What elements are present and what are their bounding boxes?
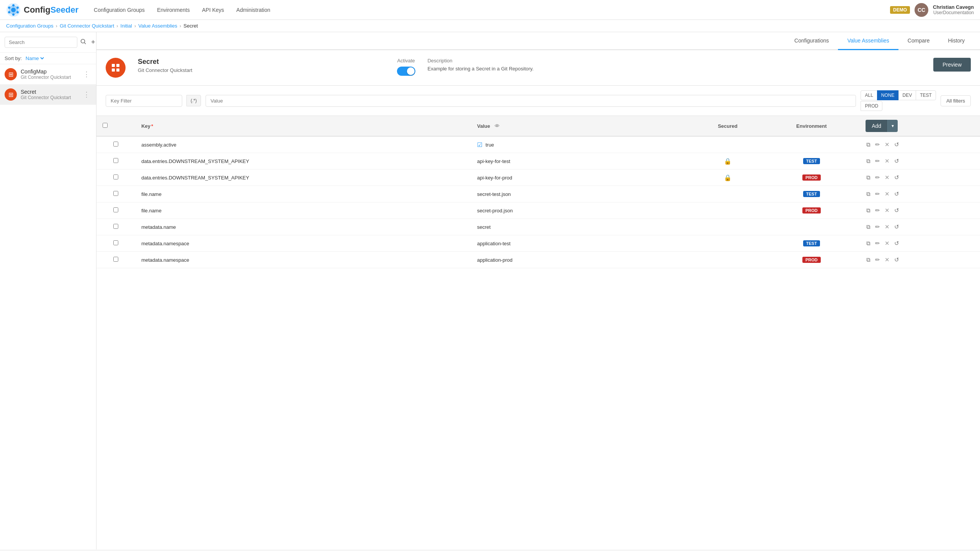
avatar: CC bbox=[915, 3, 928, 17]
all-filters-button[interactable]: All filters bbox=[941, 95, 971, 106]
delete-button[interactable]: ✕ bbox=[884, 190, 890, 198]
config-info: Secret Git Connector Quickstart bbox=[138, 58, 385, 73]
env-btn-all[interactable]: ALL bbox=[861, 90, 877, 100]
table-row: file.namesecret-test.jsonTEST⧉✏✕↺ bbox=[96, 186, 980, 202]
add-dropdown-button[interactable]: ▾ bbox=[887, 120, 898, 132]
search-button[interactable] bbox=[79, 37, 88, 47]
tab-history[interactable]: History bbox=[939, 32, 974, 50]
search-input[interactable] bbox=[5, 37, 77, 48]
history-button[interactable]: ↺ bbox=[893, 190, 900, 198]
svg-line-10 bbox=[85, 43, 86, 44]
edit-button[interactable]: ✏ bbox=[874, 223, 881, 231]
select-all-checkbox[interactable] bbox=[103, 123, 108, 128]
row-checkbox[interactable] bbox=[113, 257, 118, 262]
row-checkbox-cell bbox=[96, 170, 135, 186]
env-btn-dev[interactable]: DEV bbox=[898, 90, 916, 100]
row-environment: PROD bbox=[764, 252, 860, 268]
row-checkbox[interactable] bbox=[113, 240, 118, 245]
row-checkbox[interactable] bbox=[113, 158, 118, 163]
nav-environments[interactable]: Environments bbox=[157, 5, 190, 15]
env-badge: TEST bbox=[803, 191, 820, 197]
delete-button[interactable]: ✕ bbox=[884, 239, 890, 248]
nav-links: Configuration Groups Environments API Ke… bbox=[94, 5, 890, 15]
sidebar-item-configmap[interactable]: ⊞ ConfigMap Git Connector Quickstart ⋮ bbox=[0, 64, 96, 85]
add-entry-button[interactable]: Add bbox=[866, 120, 887, 132]
delete-button[interactable]: ✕ bbox=[884, 256, 890, 264]
history-button[interactable]: ↺ bbox=[893, 157, 900, 165]
edit-button[interactable]: ✏ bbox=[874, 256, 881, 264]
row-checkbox[interactable] bbox=[113, 174, 118, 179]
row-actions: ⧉✏✕↺ bbox=[859, 219, 980, 235]
nav-config-groups[interactable]: Configuration Groups bbox=[94, 5, 145, 15]
copy-button[interactable]: ⧉ bbox=[866, 223, 871, 231]
edit-button[interactable]: ✏ bbox=[874, 140, 881, 149]
config-detail-icon bbox=[110, 62, 121, 73]
edit-button[interactable]: ✏ bbox=[874, 190, 881, 198]
row-actions: ⧉✏✕↺ bbox=[859, 170, 980, 186]
preview-button[interactable]: Preview bbox=[933, 58, 971, 72]
tab-configurations[interactable]: Configurations bbox=[785, 32, 838, 50]
config-name: Secret bbox=[138, 58, 385, 66]
row-key: file.name bbox=[135, 202, 471, 219]
copy-button[interactable]: ⧉ bbox=[866, 206, 871, 215]
edit-button[interactable]: ✏ bbox=[874, 206, 881, 215]
svg-point-3 bbox=[12, 4, 15, 7]
configmap-icon: ⊞ bbox=[5, 68, 17, 80]
breadcrumb-git-connector[interactable]: Git Connector Quickstart bbox=[60, 23, 114, 29]
delete-button[interactable]: ✕ bbox=[884, 173, 890, 182]
edit-button[interactable]: ✏ bbox=[874, 157, 881, 165]
env-btn-none[interactable]: NONE bbox=[877, 90, 899, 100]
history-button[interactable]: ↺ bbox=[893, 239, 900, 248]
table-row: metadata.namesecret⧉✏✕↺ bbox=[96, 219, 980, 235]
sidebar-item-secret[interactable]: ⊞ Secret Git Connector Quickstart ⋮ bbox=[0, 85, 96, 105]
env-btn-prod[interactable]: PROD bbox=[861, 101, 882, 111]
breadcrumb-value-assemblies[interactable]: Value Assemblies bbox=[138, 23, 177, 29]
row-checkbox[interactable] bbox=[113, 142, 118, 147]
row-checkbox[interactable] bbox=[113, 207, 118, 212]
description-text: Example for storing a Secret in a Git Re… bbox=[428, 66, 921, 72]
env-btn-test[interactable]: TEST bbox=[916, 90, 936, 100]
header-secured: Secured bbox=[692, 116, 763, 136]
activate-toggle[interactable] bbox=[397, 67, 415, 76]
tab-compare[interactable]: Compare bbox=[898, 32, 939, 50]
sidebar-items: ⊞ ConfigMap Git Connector Quickstart ⋮ ⊞… bbox=[0, 64, 96, 549]
delete-button[interactable]: ✕ bbox=[884, 140, 890, 149]
history-button[interactable]: ↺ bbox=[893, 140, 900, 149]
sort-select[interactable]: Name bbox=[24, 55, 45, 62]
row-checkbox[interactable] bbox=[113, 191, 118, 196]
row-checkbox[interactable] bbox=[113, 224, 118, 229]
history-button[interactable]: ↺ bbox=[893, 173, 900, 182]
copy-button[interactable]: ⧉ bbox=[866, 157, 871, 165]
copy-button[interactable]: ⧉ bbox=[866, 239, 871, 248]
secret-icon: ⊞ bbox=[5, 88, 17, 101]
copy-button[interactable]: ⧉ bbox=[866, 140, 871, 149]
breadcrumb-config-groups[interactable]: Configuration Groups bbox=[6, 23, 54, 29]
value-filter-input[interactable] bbox=[206, 95, 856, 107]
nav-api-keys[interactable]: API Keys bbox=[202, 5, 224, 15]
edit-button[interactable]: ✏ bbox=[874, 239, 881, 248]
copy-button[interactable]: ⧉ bbox=[866, 190, 871, 198]
copy-button[interactable]: ⧉ bbox=[866, 256, 871, 264]
delete-button[interactable]: ✕ bbox=[884, 223, 890, 231]
nav-right: DEMO CC Christian Cavegn UserDocumentati… bbox=[890, 3, 974, 17]
configmap-menu[interactable]: ⋮ bbox=[82, 69, 91, 79]
env-badge: TEST bbox=[803, 240, 820, 246]
row-checkbox-cell bbox=[96, 235, 135, 252]
configmap-sub: Git Connector Quickstart bbox=[21, 75, 82, 80]
logo[interactable]: ConfigSeeder bbox=[6, 3, 78, 17]
history-button[interactable]: ↺ bbox=[893, 206, 900, 215]
tab-value-assemblies[interactable]: Value Assemblies bbox=[838, 32, 898, 50]
breadcrumb-initial[interactable]: Initial bbox=[121, 23, 132, 29]
delete-button[interactable]: ✕ bbox=[884, 157, 890, 165]
history-button[interactable]: ↺ bbox=[893, 223, 900, 231]
user-name: Christian Cavegn bbox=[933, 4, 974, 10]
env-filter-row2: PROD bbox=[861, 101, 936, 111]
delete-button[interactable]: ✕ bbox=[884, 206, 890, 215]
value-visibility-icon[interactable]: 👁 bbox=[495, 123, 500, 129]
nav-administration[interactable]: Administration bbox=[236, 5, 270, 15]
secret-menu[interactable]: ⋮ bbox=[82, 90, 91, 99]
copy-button[interactable]: ⧉ bbox=[866, 173, 871, 182]
key-filter-input[interactable] bbox=[106, 95, 182, 107]
edit-button[interactable]: ✏ bbox=[874, 173, 881, 182]
history-button[interactable]: ↺ bbox=[893, 256, 900, 264]
